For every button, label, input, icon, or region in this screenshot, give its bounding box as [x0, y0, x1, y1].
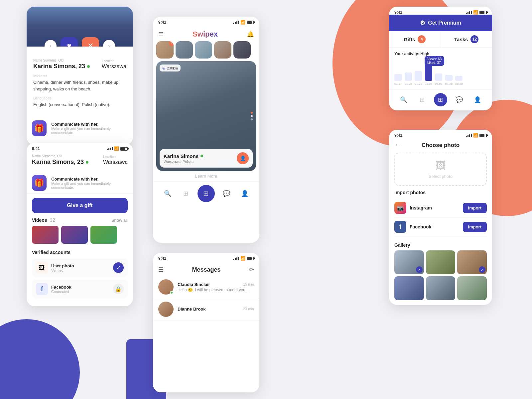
message-sender-2: Dianne Brook [178, 307, 206, 312]
distance-badge: ◎ 230km [160, 65, 181, 71]
chart-col-4: Views: 63Liked: 37 03.08 [425, 59, 433, 85]
swipe-navigation: 🔍 ⊞ ⊞ 💬 👤 [153, 181, 259, 207]
choose-photo-signal [466, 134, 472, 137]
nav-search[interactable]: 🔍 [161, 187, 174, 200]
dot-3[interactable] [251, 118, 253, 120]
gifts-tasks-row: Gifts 4 Tasks 12 [389, 31, 492, 48]
gift-title-2: Communicate with her. [51, 177, 128, 182]
profile-info-bottom: Name Surname, Old Karina Simons, 23 Loca… [27, 153, 133, 172]
wifi-icon: 📶 [114, 146, 119, 151]
card-profile-bottom: 9:41 📶 Name Surname, Old Karina Simons, … [27, 143, 133, 306]
message-item-1[interactable]: Claudia Sinclair 15 min Hello 🙂. I will … [153, 276, 259, 298]
verified-check-badge: ✓ [113, 262, 124, 273]
pnav-profile[interactable]: 👤 [471, 93, 484, 106]
gifts-badge: 4 [418, 35, 426, 43]
nav-chat[interactable]: 💬 [220, 187, 233, 200]
gallery-item-1[interactable]: ✓ [394, 250, 424, 274]
status-bar-bottom: 9:41 📶 [27, 143, 133, 153]
messages-signal [233, 257, 239, 260]
pnav-home-active[interactable]: ⊞ [434, 93, 447, 106]
learn-more-link[interactable]: Learn More [153, 171, 259, 181]
story-item-3[interactable] [195, 41, 212, 59]
messages-battery [247, 257, 254, 260]
facebook-icon: f [36, 283, 48, 295]
profile-name-row-2: Name Surname, Old Karina Simons, 23 Loca… [32, 154, 128, 166]
like-button[interactable]: ♥ [61, 37, 78, 47]
menu-icon[interactable]: ☰ [158, 31, 164, 38]
messages-menu-icon[interactable]: ☰ [158, 266, 164, 273]
gift-title: Communicate with her. [51, 122, 128, 127]
person-online-dot [200, 155, 203, 157]
languages-value: English (conversational), Polish (native… [33, 101, 126, 108]
dislike-button[interactable]: ✕ [82, 37, 99, 47]
interests-value: Cinema, dinner with friends, shoes, make… [33, 79, 126, 92]
tasks-label: Tasks [454, 37, 468, 42]
message-item-2[interactable]: Dianne Brook 23 min [153, 298, 259, 321]
import-instagram-button[interactable]: Import [463, 203, 487, 213]
nav-home-active[interactable]: ⊞ [198, 185, 215, 202]
pnav-layers[interactable]: ⊞ [415, 93, 429, 106]
give-gift-button[interactable]: Give a gift [32, 198, 128, 213]
video-thumbnails [32, 226, 128, 244]
gallery-item-5[interactable] [426, 276, 456, 300]
swipe-battery [247, 21, 254, 24]
photo-placeholder-icon: 🖼 [435, 160, 446, 172]
location-value-2: Warszawa [103, 159, 128, 165]
premium-wifi: 📶 [473, 10, 478, 15]
gallery-item-3[interactable]: ✓ [457, 250, 487, 274]
choose-photo-title: Choose photo [404, 142, 477, 149]
facebook-label: Facebook [51, 285, 71, 290]
verified-facebook-text: Facebook Connected [51, 285, 71, 294]
story-item-2[interactable] [176, 41, 193, 59]
gallery-item-2[interactable] [426, 250, 456, 274]
choose-photo-status-icons: 📶 [466, 133, 487, 138]
verified-title: Verified accounts [32, 250, 128, 255]
nav-layers[interactable]: ⊞ [179, 187, 193, 200]
card-choose-photo: 9:41 📶 ← Choose photo 🖼 Select photo Imp… [389, 130, 492, 305]
back-arrow-icon[interactable]: ← [394, 142, 400, 149]
gifts-item[interactable]: Gifts 4 [389, 31, 441, 47]
select-photo-area[interactable]: 🖼 Select photo [394, 153, 487, 186]
pnav-search[interactable]: 🔍 [397, 93, 410, 106]
premium-navigation: 🔍 ⊞ ⊞ 💬 👤 [389, 89, 492, 110]
avatar-claudia [158, 279, 174, 295]
story-item-1[interactable] [156, 41, 174, 59]
gallery-title: Gallery [394, 242, 487, 248]
story-row [153, 41, 259, 61]
swipe-header: ☰ Swipex 🔔 [153, 27, 259, 41]
messages-status-icons: 📶 [233, 256, 254, 261]
chart-col-5: 04.08 [435, 73, 443, 85]
pnav-chat[interactable]: 💬 [453, 93, 466, 106]
dot-2[interactable] [251, 115, 253, 117]
video-thumb-1[interactable] [32, 226, 59, 244]
gift-subtitle-2: Make a gift and you can immediately comm… [51, 182, 128, 190]
add-friend-button[interactable]: 👤 [237, 152, 249, 164]
profile-name-block-2: Name Surname, Old Karina Simons, 23 [32, 154, 88, 166]
compose-icon[interactable]: ✏ [249, 266, 254, 273]
chart-col-2: 01.28 [405, 72, 412, 85]
gallery-check-3: ✓ [479, 266, 485, 273]
video-thumb-2[interactable] [61, 226, 88, 244]
swipe-status-bar: 9:41 📶 [153, 17, 259, 27]
prev-button[interactable]: ‹ [45, 40, 57, 47]
gallery-item-6[interactable] [457, 276, 487, 300]
tasks-item[interactable]: Tasks 12 [441, 31, 492, 47]
message-time-2: 23 min [243, 307, 254, 311]
get-premium-button[interactable]: ⚙ Get Premium [389, 15, 492, 31]
notification-icon[interactable]: 🔔 [247, 31, 254, 38]
video-thumb-3[interactable] [90, 226, 117, 244]
online-indicator [87, 65, 90, 68]
location-value: Warszawa [102, 64, 126, 69]
nav-profile[interactable]: 👤 [238, 187, 251, 200]
location-label: Location [102, 59, 126, 63]
next-button[interactable]: › [103, 40, 115, 47]
show-all-link[interactable]: Show all [111, 218, 128, 223]
dot-1[interactable] [251, 112, 253, 114]
premium-status-icons: 📶 [466, 10, 487, 15]
import-facebook-button[interactable]: Import [463, 222, 487, 232]
message-content-2: Dianne Brook 23 min [178, 307, 254, 312]
person-name: Karina Simons [164, 153, 203, 159]
story-item-5[interactable] [233, 41, 251, 59]
gallery-item-4[interactable] [394, 276, 424, 300]
story-item-4[interactable] [214, 41, 231, 59]
